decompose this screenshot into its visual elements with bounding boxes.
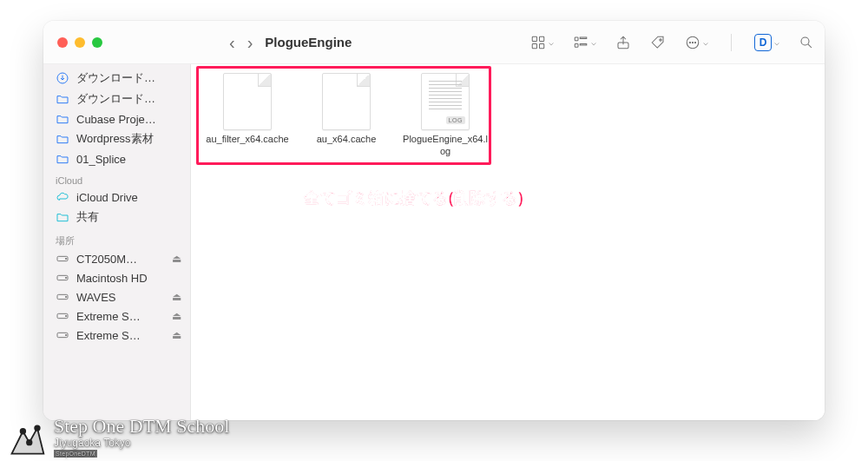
watermark-logo-icon bbox=[7, 421, 47, 458]
download-icon bbox=[56, 71, 69, 85]
svg-rect-1 bbox=[540, 36, 544, 41]
sidebar-item-label: Wordpress素材 bbox=[76, 131, 181, 147]
ellipsis-circle-icon bbox=[685, 35, 700, 50]
svg-point-12 bbox=[692, 42, 693, 43]
share-icon bbox=[615, 35, 631, 50]
sidebar-item-wordpress[interactable]: Wordpress素材 bbox=[43, 128, 190, 149]
fullscreen-window-button[interactable] bbox=[92, 37, 102, 48]
svg-point-13 bbox=[694, 42, 695, 43]
toolbar-divider bbox=[731, 34, 732, 51]
svg-point-21 bbox=[65, 296, 66, 297]
cloud-icon bbox=[56, 190, 69, 204]
sidebar-item-shared[interactable]: 共有 bbox=[43, 207, 190, 227]
sidebar-item-macintosh-hd[interactable]: Macintosh HD bbox=[43, 268, 190, 287]
drive-icon bbox=[56, 290, 69, 304]
svg-rect-4 bbox=[575, 37, 578, 41]
sidebar-item-label: Extreme S… bbox=[76, 329, 165, 342]
eject-icon[interactable]: ⏏ bbox=[172, 253, 181, 265]
drive-icon bbox=[56, 271, 69, 285]
group-icon bbox=[573, 35, 589, 50]
nav-arrows: ‹ › bbox=[229, 34, 253, 51]
sidebar-item-label: Extreme S… bbox=[76, 310, 165, 323]
window-controls bbox=[54, 37, 102, 48]
svg-point-14 bbox=[801, 37, 809, 45]
svg-rect-2 bbox=[532, 43, 536, 48]
svg-point-19 bbox=[65, 277, 66, 278]
sidebar-item-splice[interactable]: 01_Splice bbox=[43, 149, 190, 168]
chevron-down-icon: ⌵ bbox=[549, 37, 554, 47]
sidebar-item-downloads-2[interactable]: ダウンロード… bbox=[43, 89, 190, 109]
finder-window: ‹ › PlogueEngine ⌵ ⌵ ⌵ bbox=[43, 21, 825, 420]
watermark-title: Step One DTM School bbox=[54, 417, 229, 436]
svg-rect-3 bbox=[540, 43, 544, 48]
folder-icon bbox=[56, 152, 69, 166]
chevron-down-icon: ⌵ bbox=[591, 37, 596, 47]
folder-icon bbox=[56, 132, 69, 146]
sidebar-item-ct2050m[interactable]: CT2050M… ⏏ bbox=[43, 249, 190, 268]
drive-icon bbox=[56, 252, 69, 266]
annotation-highlight-box bbox=[196, 66, 491, 165]
sidebar-item-downloads-1[interactable]: ダウンロード… bbox=[43, 68, 190, 89]
window-title: PlogueEngine bbox=[265, 35, 352, 49]
svg-rect-7 bbox=[580, 43, 587, 45]
svg-point-11 bbox=[689, 42, 690, 43]
svg-point-23 bbox=[65, 315, 66, 316]
sidebar-item-label: WAVES bbox=[76, 291, 165, 304]
drive-icon bbox=[56, 309, 69, 323]
close-window-button[interactable] bbox=[57, 37, 68, 48]
search-icon bbox=[799, 35, 814, 50]
sidebar-item-label: iCloud Drive bbox=[76, 191, 181, 204]
sidebar-item-label: 01_Splice bbox=[76, 153, 181, 166]
sidebar-item-label: ダウンロード… bbox=[76, 70, 181, 86]
sidebar-item-label: CT2050M… bbox=[76, 253, 165, 266]
svg-point-27 bbox=[27, 440, 32, 445]
svg-point-25 bbox=[65, 334, 66, 335]
sidebar-item-extreme-2[interactable]: Extreme S… ⏏ bbox=[43, 326, 190, 345]
sidebar-item-label: ダウンロード… bbox=[76, 91, 181, 107]
annotation-text: 全てゴミ箱に捨てる(削除する) bbox=[304, 188, 524, 208]
view-mode-button[interactable]: ⌵ bbox=[530, 35, 554, 50]
grid-icon bbox=[530, 35, 546, 50]
svg-point-17 bbox=[65, 258, 66, 259]
sidebar-item-label: Cubase Proje… bbox=[76, 113, 181, 126]
drive-icon bbox=[56, 328, 69, 342]
sidebar-item-icloud-drive[interactable]: iCloud Drive bbox=[43, 188, 190, 207]
folder-icon bbox=[56, 92, 69, 106]
chevron-down-icon: ⌵ bbox=[703, 37, 708, 47]
more-actions-button[interactable]: ⌵ bbox=[685, 35, 708, 50]
watermark: Step One DTM School Jiyugaoka Tokyo Step… bbox=[7, 417, 229, 458]
svg-point-26 bbox=[21, 429, 26, 434]
chevron-down-icon: ⌵ bbox=[774, 37, 779, 47]
tag-icon bbox=[650, 35, 666, 50]
sidebar-item-waves[interactable]: WAVES ⏏ bbox=[43, 287, 190, 306]
group-by-button[interactable]: ⌵ bbox=[573, 35, 596, 50]
svg-point-28 bbox=[35, 425, 40, 431]
content-area: au_filter_x64.cache au_x64.cache LOG Plo… bbox=[191, 64, 825, 420]
share-button[interactable] bbox=[615, 35, 631, 50]
sidebar-section-locations: 場所 bbox=[43, 227, 190, 249]
sidebar-item-extreme-1[interactable]: Extreme S… ⏏ bbox=[43, 306, 190, 326]
d-app-icon: D bbox=[754, 34, 772, 51]
watermark-tag: StepOneDTM bbox=[54, 450, 97, 458]
sidebar-section-icloud: iCloud bbox=[43, 168, 190, 188]
eject-icon[interactable]: ⏏ bbox=[172, 291, 181, 303]
sidebar-item-label: 共有 bbox=[76, 209, 181, 225]
toolbar: ‹ › PlogueEngine ⌵ ⌵ ⌵ bbox=[43, 21, 825, 64]
eject-icon[interactable]: ⏏ bbox=[172, 310, 181, 322]
svg-rect-5 bbox=[580, 37, 587, 39]
search-button[interactable] bbox=[799, 35, 814, 50]
shared-folder-icon bbox=[56, 210, 69, 224]
eject-icon[interactable]: ⏏ bbox=[172, 329, 181, 341]
external-app-button[interactable]: D ⌵ bbox=[754, 34, 779, 51]
sidebar-item-cubase[interactable]: Cubase Proje… bbox=[43, 109, 190, 128]
svg-rect-0 bbox=[532, 36, 536, 41]
window-body: ダウンロード… ダウンロード… Cubase Proje… Wordpress素… bbox=[43, 64, 825, 420]
toolbar-actions: ⌵ ⌵ ⌵ D ⌵ bbox=[530, 34, 814, 51]
sidebar-item-label: Macintosh HD bbox=[76, 272, 181, 285]
tags-button[interactable] bbox=[650, 35, 666, 50]
minimize-window-button[interactable] bbox=[75, 37, 85, 48]
sidebar: ダウンロード… ダウンロード… Cubase Proje… Wordpress素… bbox=[43, 64, 191, 420]
svg-point-9 bbox=[660, 38, 661, 40]
back-button[interactable]: ‹ bbox=[229, 34, 235, 51]
forward-button[interactable]: › bbox=[247, 34, 253, 51]
